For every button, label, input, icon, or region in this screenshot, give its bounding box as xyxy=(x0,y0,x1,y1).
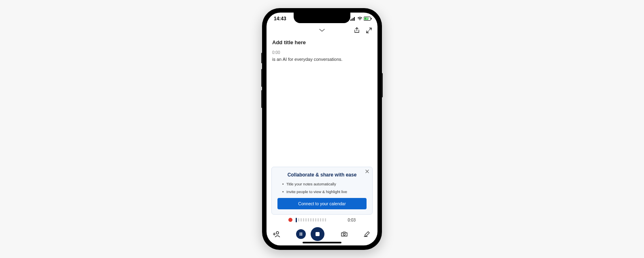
connect-calendar-button[interactable]: Connect to your calendar xyxy=(277,198,367,209)
title-input[interactable]: Add title here xyxy=(272,39,372,45)
promo-bullet: Invite people to view & highlight live xyxy=(286,189,367,194)
status-indicators xyxy=(350,17,372,21)
highlight-icon xyxy=(364,231,371,237)
recording-dot-icon xyxy=(288,218,292,222)
svg-rect-5 xyxy=(365,17,369,20)
status-time: 14:43 xyxy=(274,16,286,22)
recording-elapsed: 0:03 xyxy=(348,218,356,222)
chevron-down-icon xyxy=(319,29,325,32)
svg-point-7 xyxy=(276,232,279,234)
transcript-text: is an AI for everyday conversations. xyxy=(272,56,372,62)
share-button[interactable] xyxy=(354,27,360,34)
recording-status-row: 0:03 xyxy=(267,215,377,223)
promo-close-button[interactable] xyxy=(365,170,369,173)
camera-icon xyxy=(341,231,348,237)
pause-icon xyxy=(300,232,302,236)
wifi-icon xyxy=(357,17,363,21)
home-indicator[interactable] xyxy=(303,242,341,243)
expand-button[interactable] xyxy=(366,28,372,33)
stop-button[interactable] xyxy=(311,227,324,241)
pause-button[interactable] xyxy=(296,229,306,239)
svg-point-8 xyxy=(343,233,345,235)
svg-rect-1 xyxy=(352,19,352,21)
waveform xyxy=(296,218,345,222)
promo-title: Collaborate & share with ease xyxy=(277,172,367,178)
svg-rect-3 xyxy=(354,17,355,21)
promo-card: Collaborate & share with ease Title your… xyxy=(271,167,373,215)
stop-icon xyxy=(316,232,320,236)
svg-rect-6 xyxy=(371,18,372,19)
cellular-icon xyxy=(350,17,356,21)
transcript-timestamp: 0:00 xyxy=(272,50,372,55)
add-person-icon xyxy=(273,231,280,237)
expand-icon xyxy=(366,28,372,33)
svg-rect-2 xyxy=(353,18,354,21)
camera-button[interactable] xyxy=(341,231,348,237)
battery-icon xyxy=(364,17,372,21)
share-icon xyxy=(354,27,360,34)
add-person-button[interactable] xyxy=(273,231,280,237)
promo-bullet: Title your notes automatically xyxy=(286,182,367,186)
collapse-chevron[interactable] xyxy=(319,29,325,32)
svg-rect-0 xyxy=(350,19,351,21)
highlight-button[interactable] xyxy=(364,231,371,237)
close-icon xyxy=(365,170,369,173)
